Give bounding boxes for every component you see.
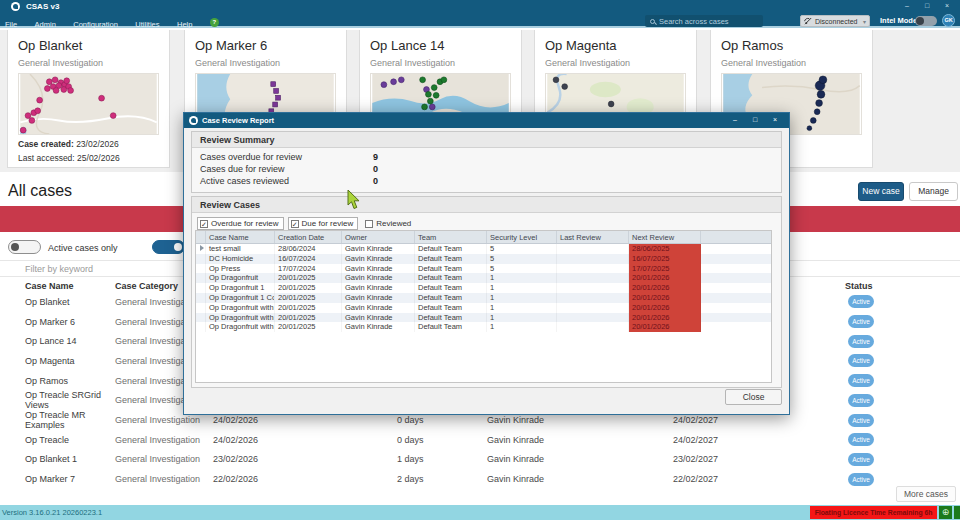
col-status[interactable]: Status	[845, 281, 960, 291]
col-next-review[interactable]: Next Review	[629, 231, 701, 243]
overdue-date-cell: 28/06/2025	[629, 244, 701, 254]
help-icon[interactable]: ?	[210, 18, 219, 27]
card-created: Case created: 23/02/2026	[18, 139, 159, 149]
table-row[interactable]: Op Dragonfruit with Snapshots...20/01/20…	[196, 303, 771, 313]
card-title: Op Ramos	[721, 38, 862, 53]
filter-overdue-checkbox[interactable]: ✓Overdue for review	[197, 217, 284, 230]
overdue-date-cell: 20/01/2026	[629, 313, 701, 323]
col-team[interactable]: Team	[415, 231, 487, 243]
statusbar: Version 3.16.0.21 20260223.1 Floating Li…	[0, 505, 960, 520]
close-button[interactable]: Close	[725, 389, 782, 405]
status-badge: Active	[848, 335, 874, 348]
status-badge: Active	[848, 414, 874, 427]
table-row[interactable]: Op Dragonfruit 120/01/2025Gavin KinradeD…	[196, 283, 771, 293]
dialog-maximize-button[interactable]: □	[747, 113, 763, 127]
card-category: General Investigation	[18, 58, 159, 68]
card-created-value: 23/02/2026	[76, 139, 119, 149]
table-row[interactable]: Op Marker 7General Investigation22/02/20…	[0, 469, 960, 489]
menu-help[interactable]: Help	[177, 17, 192, 32]
table-row[interactable]: Op Blanket 1General Investigation23/02/2…	[0, 450, 960, 470]
manage-cases-button[interactable]: Manage cases	[909, 182, 958, 201]
toggle-knob	[916, 17, 924, 25]
dialog-title: Case Review Report	[202, 116, 274, 125]
table-row[interactable]: Op Dragonfruit with Snapshots...20/01/20…	[196, 322, 771, 332]
col-case-name[interactable]: Case Name	[206, 231, 275, 243]
table-row[interactable]: Op Press17/07/2024Gavin KinradeDefault T…	[196, 264, 771, 274]
connection-status-dropdown[interactable]: Disconnected ▾	[800, 15, 870, 27]
search-input[interactable]	[659, 17, 759, 26]
dialog-body: Review Summary Cases overdue for review9…	[184, 128, 789, 414]
filter-due-checkbox[interactable]: ✓Due for review	[288, 217, 359, 230]
status-badge: Active	[848, 374, 874, 387]
overdue-date-cell: 16/07/2025	[629, 254, 701, 264]
status-badge: Active	[848, 394, 874, 407]
window-close-button[interactable]: ×	[940, 0, 954, 12]
overdue-date-cell: 20/01/2026	[629, 303, 701, 313]
menu-configuration[interactable]: Configuration	[73, 17, 118, 32]
dialog-minimize-button[interactable]: –	[727, 113, 743, 127]
summary-row: Cases due for review0	[200, 164, 781, 176]
review-cases-table: Case Name Creation Date Owner Team Secur…	[195, 230, 772, 383]
app-logo-icon	[11, 2, 20, 11]
status-badge: Active	[848, 453, 874, 466]
toggle-knob	[174, 243, 182, 251]
col-case-name[interactable]: Case Name	[25, 281, 115, 291]
global-search	[645, 15, 763, 27]
app-logo-icon	[189, 116, 198, 125]
statusbar-right-icon	[954, 506, 960, 519]
menu-admin[interactable]: Admin	[35, 17, 56, 32]
window-maximize-button[interactable]: □	[920, 0, 934, 12]
active-cases-toggle[interactable]	[8, 240, 41, 254]
table-row[interactable]: Op Dragonfruit 1 Copy20/01/2025Gavin Kin…	[196, 293, 771, 303]
mouse-cursor	[347, 190, 361, 210]
case-card[interactable]: Op Blanket General Investigation Case cr…	[7, 30, 170, 168]
table-row[interactable]: Op Dragonfruit20/01/2025Gavin KinradeDef…	[196, 273, 771, 283]
card-title: Op Lance 14	[370, 38, 511, 53]
menu-utilities[interactable]: Utilities	[135, 17, 159, 32]
card-category: General Investigation	[195, 58, 336, 68]
review-summary-heading: Review Summary	[192, 132, 781, 148]
card-category: General Investigation	[721, 58, 862, 68]
status-badge: Active	[848, 295, 874, 308]
col-security-level[interactable]: Security Level	[487, 231, 557, 243]
overdue-date-cell: 17/07/2025	[629, 264, 701, 274]
case-map-thumbnail	[18, 73, 159, 135]
status-badge: Active	[848, 354, 874, 367]
summary-value: 9	[373, 152, 378, 164]
filter-reviewed-checkbox[interactable]: Reviewed	[362, 217, 416, 230]
new-case-button[interactable]: New case	[858, 182, 904, 201]
table-row[interactable]: Op Dragonfruit with Snapshots...20/01/20…	[196, 313, 771, 323]
card-category: General Investigation	[545, 58, 686, 68]
card-accessed-value: 25/02/2026	[77, 153, 120, 163]
summary-row: Cases overdue for review9	[200, 152, 781, 164]
checkbox-unchecked-icon	[365, 220, 373, 228]
card-created-label: Case created:	[18, 139, 74, 149]
avatar[interactable]: GK	[942, 14, 955, 27]
intel-mode-label: Intel Mode	[880, 16, 917, 25]
intel-mode-toggle[interactable]	[915, 16, 937, 26]
connection-status-label: Disconnected	[815, 18, 857, 25]
globe-icon: ⊕	[939, 506, 952, 519]
menu-file[interactable]: File	[5, 17, 17, 32]
card-title: Op Magenta	[545, 38, 686, 53]
table-row-selected[interactable]: test small28/06/2024Gavin KinradeDefault…	[196, 244, 771, 254]
checkbox-checked-icon: ✓	[200, 220, 208, 228]
summary-value: 0	[373, 164, 378, 176]
my-cases-toggle[interactable]	[152, 240, 185, 254]
col-last-review[interactable]: Last Review	[557, 231, 629, 243]
window-minimize-button[interactable]: –	[900, 0, 914, 12]
card-accessed-label: Last accessed:	[18, 153, 75, 163]
col-creation-date[interactable]: Creation Date	[275, 231, 342, 243]
review-cases-panel: Review Cases ✓Overdue for review ✓Due fo…	[191, 196, 782, 388]
summary-value: 0	[373, 176, 378, 188]
more-cases-button[interactable]: More cases	[896, 486, 956, 502]
network-disconnected-icon	[804, 17, 812, 25]
version-label: Version 3.16.0.21 20260223.1	[2, 508, 102, 517]
table-row[interactable]: Op TreacleGeneral Investigation24/02/202…	[0, 430, 960, 450]
dialog-titlebar[interactable]: Case Review Report – □ ×	[184, 113, 789, 128]
col-owner[interactable]: Owner	[342, 231, 415, 243]
card-accessed: Last accessed: 25/02/2026	[18, 153, 159, 163]
dialog-close-button[interactable]: ×	[767, 113, 783, 127]
licence-warning: Floating Licence Time Remaining 6h 40m 5…	[810, 506, 937, 519]
table-row[interactable]: DC Homicide16/07/2024Gavin KinradeDefaul…	[196, 254, 771, 264]
